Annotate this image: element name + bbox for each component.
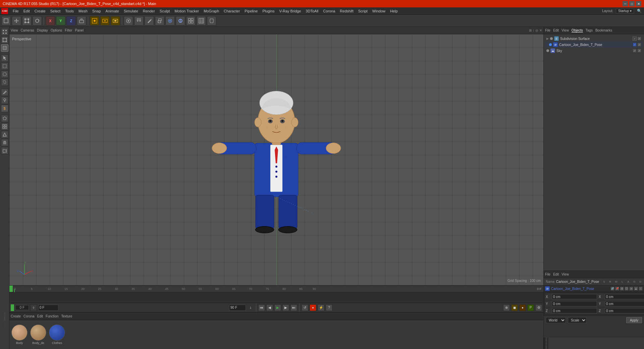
- knife-tool-btn[interactable]: [145, 16, 154, 26]
- array-btn[interactable]: [186, 16, 196, 26]
- maximize-btn[interactable]: □: [629, 1, 635, 6]
- loop-btn[interactable]: ↺: [302, 304, 308, 311]
- viewport-filter-menu[interactable]: Filter: [65, 29, 72, 32]
- brush-tool-btn[interactable]: [1, 97, 8, 104]
- x-axis-btn[interactable]: X: [46, 16, 55, 26]
- menu-tools[interactable]: Tools: [63, 8, 76, 14]
- obj-visible-btn-sky[interactable]: ✓: [633, 49, 637, 53]
- attr-file-tab[interactable]: File: [545, 272, 550, 276]
- polygons-mode-btn[interactable]: [1, 44, 8, 52]
- menu-character[interactable]: Character: [222, 8, 242, 14]
- play-btn[interactable]: ▶: [274, 304, 281, 311]
- obj-render-btn-cartoon-joe[interactable]: ✓: [637, 43, 641, 47]
- menu-render[interactable]: Render: [141, 8, 157, 14]
- mat-create-tab[interactable]: Create: [11, 314, 21, 318]
- attr-expr-btn[interactable]: ≡: [629, 287, 633, 291]
- attr-y-input[interactable]: [552, 301, 597, 306]
- current-frame-display[interactable]: 0 F: [15, 305, 29, 310]
- viewport-expand-icon[interactable]: ⊞: [529, 29, 532, 32]
- circle-select-btn[interactable]: [1, 70, 8, 78]
- menu-3dtoall[interactable]: 3DToAll: [304, 8, 320, 14]
- frame-input[interactable]: [38, 305, 58, 311]
- rp-edit-tab[interactable]: Edit: [553, 29, 559, 32]
- obj-sky[interactable]: ☁ Sky ✓ ✓: [545, 48, 643, 54]
- menu-plugins[interactable]: Plugins: [260, 8, 276, 14]
- polygon-pen-btn[interactable]: [1, 115, 8, 122]
- scale-tool-btn[interactable]: [22, 16, 32, 26]
- attr-clone-btn[interactable]: ⬡: [625, 287, 629, 291]
- mat-texture-tab[interactable]: Texture: [61, 314, 72, 318]
- end-frame-input[interactable]: [229, 305, 246, 311]
- obj-visible-btn-subdivision[interactable]: ✓: [633, 37, 637, 41]
- menu-simulate[interactable]: Simulate: [122, 8, 140, 14]
- menu-select[interactable]: Select: [48, 8, 63, 14]
- viewport-cameras-menu[interactable]: Cameras: [21, 29, 35, 32]
- goto-end-btn[interactable]: ⏭: [290, 304, 297, 311]
- menu-pipeline[interactable]: Pipeline: [243, 8, 260, 14]
- hair-tool-btn[interactable]: [1, 139, 8, 146]
- menu-create[interactable]: Create: [33, 8, 48, 14]
- menu-mograph[interactable]: MoGraph: [202, 8, 221, 14]
- paint-bucket-btn[interactable]: $: [1, 105, 8, 112]
- viewport-display-menu[interactable]: Display: [37, 29, 48, 32]
- menu-animate[interactable]: Animate: [104, 8, 121, 14]
- timeline-settings-btn[interactable]: ⚙: [535, 304, 542, 311]
- render-region-btn[interactable]: [90, 16, 99, 26]
- material-body-de[interactable]: Body_de: [30, 325, 46, 345]
- z-axis-btn[interactable]: Z: [66, 16, 76, 26]
- topology-btn[interactable]: [1, 131, 8, 138]
- minimize-btn[interactable]: ─: [623, 1, 628, 6]
- attr-link-btn[interactable]: 🔗: [610, 287, 614, 291]
- add-object-btn[interactable]: [124, 16, 133, 26]
- stitch-tool-btn[interactable]: [165, 16, 175, 26]
- pen-tool-btn[interactable]: [1, 89, 8, 96]
- close-btn[interactable]: ✕: [636, 1, 641, 6]
- obj-visible-btn-cartoon-joe[interactable]: ✓: [633, 43, 637, 47]
- render-active-view-btn[interactable]: [100, 16, 110, 26]
- render-to-picture-btn[interactable]: [111, 16, 120, 26]
- prev-frame-btn[interactable]: ◀: [266, 304, 273, 311]
- attr-anim-btn[interactable]: ⏱: [620, 287, 624, 291]
- material-body[interactable]: Body: [11, 325, 28, 345]
- menu-edit[interactable]: Edit: [21, 8, 32, 14]
- deformer-btn[interactable]: [207, 16, 216, 26]
- search-icon[interactable]: 🔍: [636, 8, 643, 14]
- attr-view-tab[interactable]: View: [561, 272, 569, 276]
- mat-edit-tab[interactable]: Edit: [37, 314, 43, 318]
- attr-pin-btn[interactable]: 📌: [615, 287, 619, 291]
- motion-key-btn[interactable]: ?: [326, 304, 332, 311]
- next-frame-btn[interactable]: ▶: [282, 304, 289, 311]
- autokey-btn[interactable]: ⚡: [318, 304, 324, 311]
- menu-corona[interactable]: Corona: [321, 8, 337, 14]
- obj-render-btn-subdivision[interactable]: ✓: [637, 37, 641, 41]
- obj-render-btn-sky[interactable]: ✓: [637, 49, 641, 53]
- menu-file[interactable]: File: [11, 8, 21, 14]
- viewport-view-menu[interactable]: View: [11, 29, 18, 32]
- select-tool-btn[interactable]: [1, 54, 8, 62]
- wrap-tool-btn[interactable]: [176, 16, 185, 26]
- attr-x2-input[interactable]: [605, 294, 644, 299]
- rp-tags-tab[interactable]: Tags: [586, 29, 593, 32]
- magnet-tool-btn[interactable]: [134, 16, 144, 26]
- world-coord-btn[interactable]: [77, 16, 86, 26]
- menu-window[interactable]: Window: [370, 8, 387, 14]
- mat-function-tab[interactable]: Function: [46, 314, 58, 318]
- menu-vraybridge[interactable]: V-Ray Bridge: [277, 8, 303, 14]
- record-btn[interactable]: ●: [310, 304, 316, 311]
- model-mode-btn[interactable]: [1, 16, 11, 26]
- attr-edit-tab[interactable]: Edit: [553, 272, 559, 276]
- attributes-sidebar-toggle[interactable]: Attributes: [544, 338, 548, 349]
- timeline-key-btn[interactable]: ◊: [30, 304, 37, 311]
- key-motion-btn[interactable]: P: [527, 304, 534, 311]
- obj-subdivision-surface[interactable]: ▶ S Subdivision Surface ✓ ✓: [545, 36, 643, 42]
- apply-button[interactable]: Apply: [626, 317, 642, 323]
- menu-script[interactable]: Script: [356, 8, 370, 14]
- key-add-btn[interactable]: ⊕: [503, 304, 510, 311]
- menu-help[interactable]: Help: [388, 8, 400, 14]
- move-tool-btn[interactable]: [12, 16, 21, 26]
- viewport-camera-icon[interactable]: ◎: [535, 29, 538, 32]
- menu-mesh[interactable]: Mesh: [76, 8, 90, 14]
- mat-corona-tab[interactable]: Corona: [23, 314, 35, 318]
- box-select-btn[interactable]: [1, 62, 8, 70]
- world-dropdown[interactable]: World Object Parent: [546, 317, 566, 323]
